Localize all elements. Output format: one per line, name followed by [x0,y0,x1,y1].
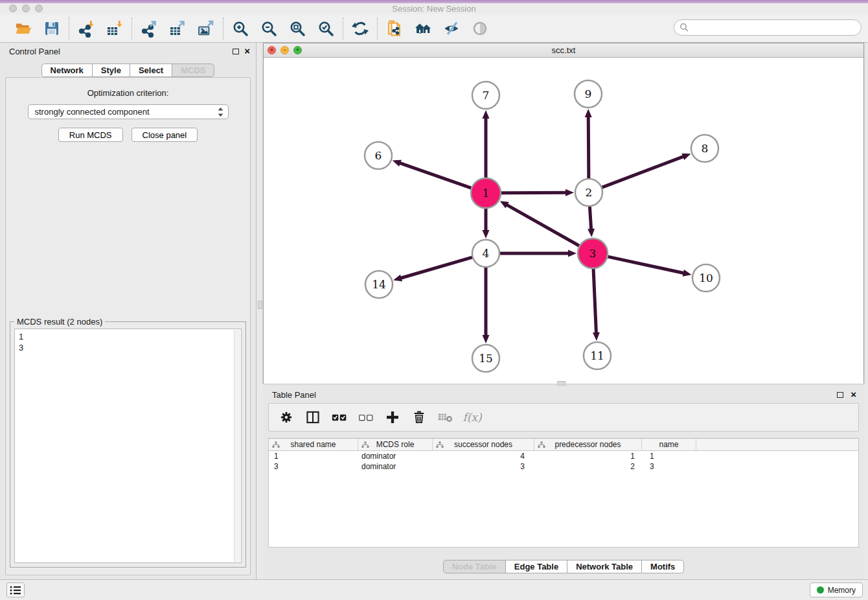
run-mcds-button[interactable]: Run MCDS [58,128,123,142]
network-canvas[interactable]: 7968124314101511 [264,58,863,384]
float-table-panel-icon[interactable] [837,392,843,398]
cell-predecessor-nodes: 1 [534,451,642,461]
tab-node-table[interactable]: Node Table [443,560,506,573]
graph-edge-arrow-1-2 [565,189,574,196]
cell-successor-nodes: 4 [433,451,534,461]
tab-network-table[interactable]: Network Table [567,560,642,573]
graph-node-label-14: 14 [372,278,386,291]
table-settings-icon[interactable] [278,409,295,426]
column-header-predecessor-nodes[interactable]: predecessor nodes [534,439,642,450]
export-image-icon[interactable] [196,18,216,39]
graph-edge-arrow-1-6 [393,160,402,167]
home-icon[interactable] [413,18,433,39]
graph-node-label-10: 10 [699,271,713,284]
export-table-icon[interactable] [167,18,188,39]
deselect-all-columns-icon[interactable] [358,409,374,426]
graph-edge-arrow-2-8 [681,154,691,160]
export-network-icon[interactable] [139,18,159,39]
network-minimize-button[interactable]: − [280,46,289,54]
graph-edge-3-11[interactable] [593,269,596,334]
zoom-selected-icon[interactable] [315,18,336,39]
tab-motifs[interactable]: Motifs [641,560,684,573]
zoom-out-icon[interactable] [258,18,279,39]
graph-edge-1-2[interactable] [501,192,567,193]
search-input[interactable] [674,19,862,36]
add-column-icon[interactable] [384,409,401,426]
optimization-criterion-label: Optimization criterion: [6,88,250,98]
mcds-result-group: MCDS result (2 nodes) 1 3 [10,321,246,568]
graph-node-label-1: 1 [483,187,490,200]
table-row[interactable]: 1 dominator 4 1 1 [269,451,858,461]
zoom-in-icon[interactable] [230,18,251,39]
graph-edge-4-14[interactable] [400,257,472,278]
tab-edge-table[interactable]: Edge Table [505,560,567,573]
close-panel-button[interactable]: Close panel [131,128,198,142]
column-header-shared-name[interactable]: shared name [269,439,358,450]
show-hide-details-icon[interactable] [441,18,462,39]
control-panel: Control Panel × Network Style Select MCD… [0,43,257,579]
import-table-icon[interactable] [104,18,125,39]
graph-edge-3-10[interactable] [608,257,684,273]
open-session-icon[interactable] [13,18,34,39]
column-header-name[interactable]: name [642,439,696,450]
graph-edge-arrow-3-11 [593,332,600,341]
graph-node-label-15: 15 [479,352,493,365]
application-window: Session: New Session [0,0,868,600]
close-table-panel-icon[interactable]: × [851,389,856,400]
tab-mcds[interactable]: MCDS [172,63,214,77]
graph-edge-2-3[interactable] [589,207,591,230]
tab-select[interactable]: Select [130,63,172,77]
import-network-icon[interactable] [76,18,97,39]
graph-edge-arrow-4-3 [568,250,577,257]
status-bar: Memory [0,579,868,600]
select-all-columns-icon[interactable] [331,409,348,426]
mcds-result-line: 3 [19,342,237,353]
cell-mcds-role: dominator [358,461,433,472]
attribute-tree-icon [436,441,444,448]
split-panel-icon[interactable] [304,409,321,426]
graph-edge-2-8[interactable] [602,156,685,187]
graph-edge-2-9[interactable] [588,116,589,178]
result-scrollbar[interactable] [234,330,240,562]
graph-edge-arrow-2-9 [585,109,592,117]
session-title: Session: New Session [0,4,868,14]
float-panel-icon[interactable] [233,49,239,54]
cell-successor-nodes: 3 [433,461,534,472]
table-toolbar: f(x) [268,403,859,432]
vertical-splitter-handle[interactable] [258,301,262,309]
optimization-criterion-select[interactable]: strongly connected component [28,104,229,119]
attribute-tree-icon [272,441,280,448]
column-header-successor-nodes[interactable]: successor nodes [433,439,534,450]
zoom-fit-icon[interactable] [287,18,308,39]
mcds-result-textarea[interactable]: 1 3 [14,329,242,563]
graph-edge-3-1[interactable] [506,205,579,246]
cell-shared-name: 3 [269,461,358,472]
search-icon [680,23,689,32]
network-window-titlebar[interactable]: × − + scc.txt [264,43,863,58]
control-panel-tabs: Network Style Select MCDS [0,63,256,77]
apply-layout-icon[interactable] [350,18,371,39]
main-toolbar [0,14,868,43]
table-panel-title: Table Panel [272,390,316,400]
delete-table-icon[interactable] [437,409,454,426]
graph-edge-1-6[interactable] [399,163,471,188]
tab-network[interactable]: Network [41,63,93,77]
graph-node-label-4: 4 [483,247,490,260]
network-close-button[interactable]: × [268,46,276,54]
save-session-icon[interactable] [41,18,62,39]
column-header-mcds-role[interactable]: MCDS role [358,439,433,450]
new-network-file-icon[interactable] [384,18,405,39]
bird-view-icon[interactable] [470,18,490,39]
mcds-tab-content: Optimization criterion: strongly connect… [5,77,251,575]
horizontal-splitter-handle[interactable] [557,381,565,386]
function-builder-icon[interactable]: f(x) [464,409,481,426]
tab-style[interactable]: Style [92,63,130,77]
task-history-button[interactable] [6,583,25,597]
memory-button[interactable]: Memory [810,583,863,597]
delete-column-icon[interactable] [411,409,428,426]
memory-status-dot [817,586,824,594]
table-row[interactable]: 3 dominator 3 2 3 [269,461,858,472]
close-panel-icon[interactable]: × [244,45,250,57]
network-maximize-button[interactable]: + [293,46,302,54]
cell-name: 3 [642,461,696,472]
